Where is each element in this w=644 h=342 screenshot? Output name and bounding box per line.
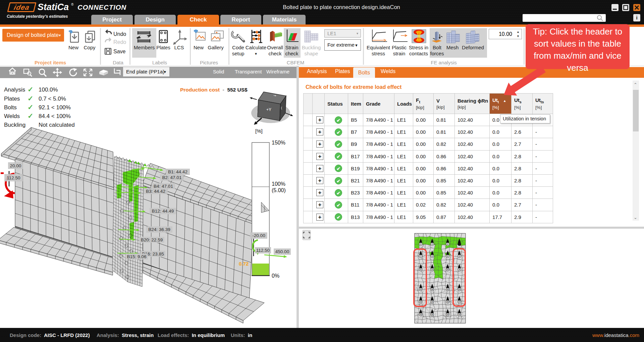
svg-text:450.00: 450.00 [275, 249, 289, 254]
svg-text:16: 16 [431, 314, 433, 316]
svg-text:[%]: [%] [255, 128, 263, 134]
svg-text:B15: 9.06: B15: 9.06 [127, 254, 147, 259]
svg-text:B2: 47.01: B2: 47.01 [162, 175, 182, 180]
svg-text:20.00: 20.00 [10, 163, 21, 168]
svg-text:112.50: 112.50 [256, 248, 270, 253]
svg-text:21: 21 [459, 288, 461, 290]
svg-text:10: 10 [459, 314, 461, 316]
svg-text:10: 10 [447, 269, 449, 271]
svg-text:17: 17 [459, 301, 461, 303]
svg-text:B3: 44.42: B3: 44.42 [146, 189, 165, 194]
svg-text:+Y: +Y [266, 107, 271, 112]
svg-text:9: 9 [459, 269, 460, 271]
svg-text:26: 26 [431, 288, 433, 290]
svg-text:15: 15 [420, 314, 422, 316]
svg-text:B1: 44.42: B1: 44.42 [168, 169, 187, 174]
svg-text:B20: 22.59: B20: 22.59 [141, 237, 163, 242]
svg-text:150%: 150% [272, 140, 285, 146]
svg-text:0.72: 0.72 [239, 261, 249, 267]
svg-text:4: 4 [432, 243, 433, 245]
svg-text:20: 20 [431, 301, 433, 303]
svg-text:14: 14 [447, 314, 449, 316]
svg-text:B12: 44.49: B12: 44.49 [152, 209, 174, 214]
svg-text:16: 16 [447, 301, 449, 303]
svg-text:12: 12 [431, 269, 433, 271]
svg-text:112.50: 112.50 [7, 175, 20, 180]
svg-text:6: 6 [447, 255, 448, 257]
svg-text:5: 5 [459, 255, 460, 257]
svg-text:B4: 47.01: B4: 47.01 [154, 184, 173, 189]
svg-text:8: 8 [432, 255, 433, 257]
svg-text:7: 7 [420, 255, 421, 257]
svg-text:B24: 36.39: B24: 36.39 [148, 227, 170, 232]
svg-text:0%: 0% [272, 273, 279, 279]
svg-text:100%: 100% [272, 181, 285, 187]
svg-text:11: 11 [420, 269, 422, 271]
svg-text:3: 3 [420, 243, 421, 245]
svg-text:22: 22 [447, 288, 449, 290]
svg-text:↪: ↪ [274, 94, 276, 97]
svg-text:2: 2 [447, 243, 448, 245]
svg-text:(5.00): (5.00) [272, 187, 286, 193]
svg-text:(: ( [281, 106, 282, 110]
svg-text:23: 23 [420, 288, 422, 290]
svg-text:-20.00: -20.00 [252, 233, 265, 238]
svg-text:19: 19 [420, 301, 422, 303]
